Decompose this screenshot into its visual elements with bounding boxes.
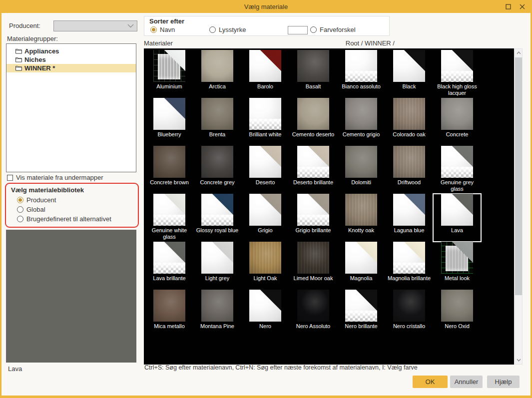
radio-producent[interactable]: Producent [17,196,56,204]
tree-item-winner[interactable]: WINNER * [6,64,136,72]
radio-icon [17,206,23,213]
material-tile-genuine-white-glass[interactable]: Genuine white glass [145,194,193,242]
color-corner [249,194,281,226]
radio-label: Producent [26,196,56,204]
material-tile-concrete-brown[interactable]: Concrete brown [145,146,193,194]
material-tile-cemento-grigio[interactable]: Cemento grigio [337,98,385,146]
dialog-title: Vælg materiale [244,3,288,10]
material-tile-colorado-oak[interactable]: Colorado oak [385,98,433,146]
show-submaterials-checkbox[interactable]: Vis materiale fra undermapper [7,174,103,181]
material-tile-arctica[interactable]: Arctica [193,50,241,98]
color-corner [441,194,473,226]
material-tile-magnolia[interactable]: Magnolia [337,242,385,290]
material-tile-lava[interactable]: Lava [433,194,481,242]
material-swatch [297,50,329,82]
material-swatch [345,194,377,226]
material-swatch [297,146,329,178]
material-tile-black[interactable]: Black [385,50,433,98]
material-tile-barolo[interactable]: Barolo [241,50,289,98]
material-tile-nero-assoluto[interactable]: Nero Assoluto [289,290,337,338]
material-tile-concrete-grey[interactable]: Concrete grey [193,146,241,194]
sort-radio-lysstyrke[interactable]: Lysstyrke [209,26,246,33]
wood-grain-texture [393,146,425,178]
radio-label: Brugerdefineret til alternativet [26,215,111,223]
radio-label: Lysstyrke [219,26,246,33]
material-tile-laguna-blue[interactable]: Laguna blue [385,194,433,242]
wood-grain-texture [345,194,377,226]
material-tile-magnolia-brillante[interactable]: Magnolia brillante [385,242,433,290]
material-name: Metal look [434,275,480,282]
scroll-down-button[interactable] [515,356,522,364]
materials-scrollbar[interactable] [515,48,523,365]
material-name: Grigio [242,227,288,234]
material-tile-brenta[interactable]: Brenta [193,98,241,146]
material-name: Black [386,83,432,90]
material-tile-cemento-deserto[interactable]: Cemento deserto [289,98,337,146]
material-tile-dolomiti[interactable]: Dolomiti [337,146,385,194]
checker-floor [153,263,185,274]
tree-item-appliances[interactable]: Appliances [6,47,136,55]
material-tile-genuine-grey-glass[interactable]: Genuine grey glass [433,146,481,194]
material-name: Light grey [194,275,240,282]
material-tile-knotty-oak[interactable]: Knotty oak [337,194,385,242]
material-tile-grigio-brillante[interactable]: Grigio brillante [289,194,337,242]
material-tile-bianco-assoluto[interactable]: Bianco assoluto [337,50,385,98]
material-tile-grigio[interactable]: Grigio [241,194,289,242]
material-swatch [153,194,185,226]
material-tile-metal-look[interactable]: Metal look [433,242,481,290]
farveforskel-input[interactable] [288,26,308,34]
material-tile-limed-moor-oak[interactable]: Limed Moor oak [289,242,337,290]
material-swatch [345,146,377,178]
material-tile-lava-brillante[interactable]: Lava brillante [145,242,193,290]
sort-radio-navn[interactable]: Navn [150,26,175,33]
material-tile-montana-pine[interactable]: Montana Pine [193,290,241,338]
breadcrumb: Root / WINNER / [346,39,395,47]
material-tile-aluminium[interactable]: Aluminium [145,50,193,98]
ok-button[interactable]: OK [413,376,448,388]
material-tile-light-oak[interactable]: Light Oak [241,242,289,290]
close-button[interactable] [515,0,529,13]
material-swatch [153,242,185,274]
radio-brugerdefineret[interactable]: Brugerdefineret til alternativet [17,215,111,223]
producent-label: Producent: [9,22,40,29]
material-tile-driftwood[interactable]: Driftwood [385,146,433,194]
tree-item-niches[interactable]: Niches [6,55,136,64]
radio-global[interactable]: Global [17,206,45,213]
material-tile-glossy-royal-blue[interactable]: Glossy royal blue [193,194,241,242]
chevron-down-icon [127,24,134,28]
material-tile-brilliant-white[interactable]: Brilliant white [241,98,289,146]
cancel-button[interactable]: Annuller [450,376,483,388]
radio-label: Global [26,206,45,213]
sort-radio-farveforskel[interactable]: Farveforskel [310,26,356,33]
material-swatch [153,290,185,322]
color-corner [249,290,281,322]
material-name: Deserto brillante [290,179,336,186]
scrollbar-thumb[interactable] [515,57,522,295]
material-tile-blueberry[interactable]: Blueberry [145,98,193,146]
material-name: Genuine grey glass [434,179,480,192]
material-tile-nero-brillante[interactable]: Nero brillante [337,290,385,338]
producent-dropdown[interactable] [53,20,137,31]
material-tile-deserto-brillante[interactable]: Deserto brillante [289,146,337,194]
folder-icon [15,48,22,54]
maximize-button[interactable] [501,0,515,13]
color-corner [201,242,233,274]
material-tile-basalt[interactable]: Basalt [289,50,337,98]
checker-floor [441,71,473,82]
radio-label: Navn [160,26,175,33]
material-tile-concrete[interactable]: Concrete [433,98,481,146]
color-corner [393,194,425,226]
material-tile-mica-metallo[interactable]: Mica metallo [145,290,193,338]
scroll-up-button[interactable] [515,49,522,57]
material-tile-light-grey[interactable]: Light grey [193,242,241,290]
material-tile-nero[interactable]: Nero [241,290,289,338]
material-tile-deserto[interactable]: Deserto [241,146,289,194]
checkbox-icon [7,175,13,181]
material-tile-nero-oxid[interactable]: Nero Oxid [433,290,481,338]
material-name: Bianco assoluto [338,83,384,90]
material-swatch [441,98,473,130]
help-button[interactable]: Hjælp [487,376,520,388]
sort-title: Sorter efter [149,17,184,25]
material-tile-black-high-gloss-lacquer[interactable]: Black high gloss lacquer [433,50,481,98]
material-tile-nero-cristallo[interactable]: Nero cristallo [385,290,433,338]
